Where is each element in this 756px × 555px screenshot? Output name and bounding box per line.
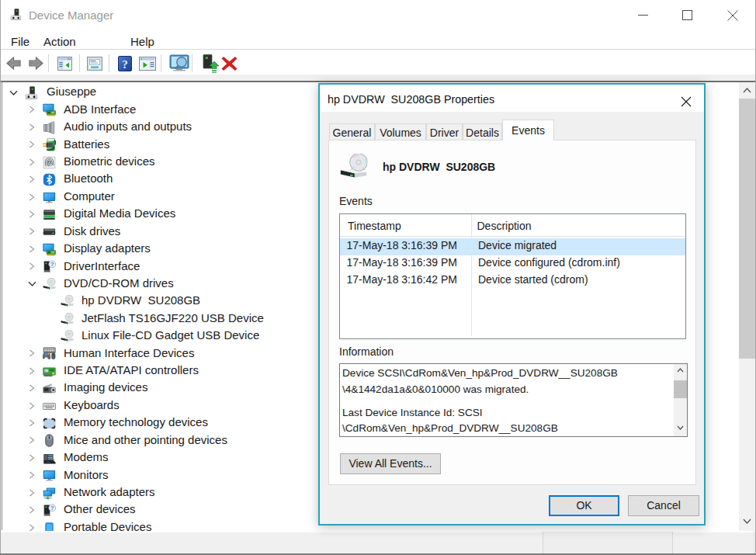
svg-text:?: ? <box>122 58 128 71</box>
